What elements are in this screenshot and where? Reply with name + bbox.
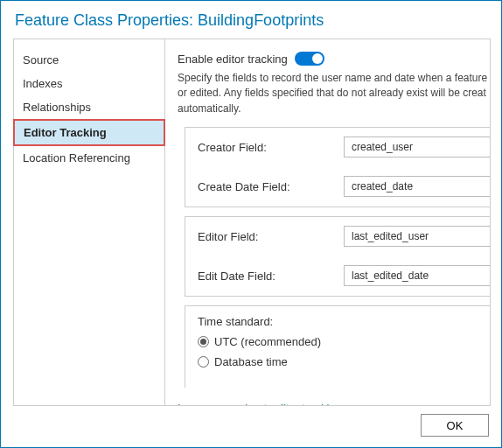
editor-field-label: Editor Field:: [198, 230, 344, 243]
selection-highlight: Editor Tracking: [13, 119, 165, 146]
sidebar-item-location-referencing[interactable]: Location Referencing: [14, 146, 164, 170]
creator-fields-group: Creator Field: Create Date Field:: [185, 127, 490, 207]
ok-button[interactable]: OK: [421, 414, 489, 437]
enable-tracking-label: Enable editor tracking: [178, 52, 288, 66]
main-panel: Enable editor tracking Specify the field…: [165, 38, 491, 406]
dialog-title: Feature Class Properties: BuildingFootpr…: [1, 1, 501, 38]
creator-field-label: Creator Field:: [198, 141, 344, 154]
sidebar-item-relationships[interactable]: Relationships: [14, 95, 164, 119]
radio-utc-icon: [198, 336, 209, 347]
edit-date-field-row: Edit Date Field:: [185, 256, 490, 296]
time-standard-section: Time standard: UTC (recommended) Databas…: [185, 305, 490, 388]
edit-date-field-input[interactable]: [344, 265, 490, 286]
create-date-field-input[interactable]: [344, 176, 490, 197]
edit-date-field-label: Edit Date Field:: [198, 270, 344, 283]
sidebar-nav: Source Indexes Relationships Editor Trac…: [13, 38, 165, 406]
dialog-footer: OK: [421, 414, 489, 437]
learn-more-link[interactable]: Learn more about editor tracking: [178, 402, 342, 406]
sidebar-item-indexes[interactable]: Indexes: [14, 72, 164, 95]
properties-dialog: Feature Class Properties: BuildingFootpr…: [0, 0, 502, 448]
enable-tracking-row: Enable editor tracking: [178, 52, 490, 66]
sidebar-item-label: Editor Tracking: [15, 121, 164, 144]
editor-field-row: Editor Field:: [185, 217, 490, 256]
sidebar-item-editor-tracking[interactable]: Editor Tracking: [14, 119, 164, 146]
time-standard-label: Time standard:: [198, 315, 478, 328]
editor-field-input[interactable]: [344, 226, 490, 247]
radio-database-time[interactable]: Database time: [198, 355, 478, 368]
sidebar-item-source[interactable]: Source: [14, 48, 164, 72]
creator-field-input[interactable]: [344, 136, 490, 158]
tracking-description: Specify the fields to record the user na…: [178, 71, 490, 116]
radio-db-icon: [198, 356, 209, 368]
content-area: Source Indexes Relationships Editor Trac…: [1, 38, 501, 406]
creator-field-row: Creator Field:: [185, 128, 490, 167]
enable-tracking-toggle[interactable]: [295, 52, 324, 66]
radio-db-label: Database time: [214, 355, 288, 368]
radio-utc[interactable]: UTC (recommended): [198, 335, 478, 348]
create-date-field-label: Create Date Field:: [198, 180, 344, 193]
create-date-field-row: Create Date Field:: [185, 167, 490, 206]
radio-utc-label: UTC (recommended): [214, 335, 321, 348]
editor-fields-group: Editor Field: Edit Date Field:: [185, 216, 490, 297]
